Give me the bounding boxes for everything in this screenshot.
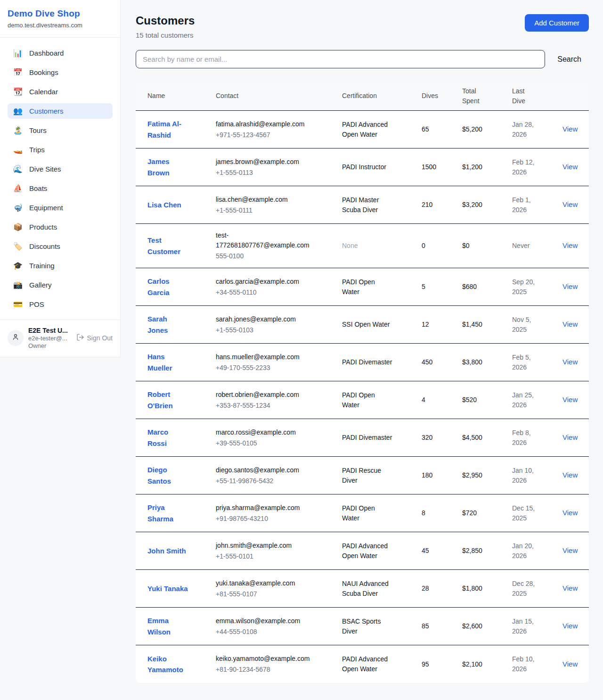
dive-sites-icon: 🌊: [13, 165, 23, 173]
customer-name-link[interactable]: Diego Santos: [147, 464, 189, 486]
table-row: Diego Santos diego.santos@example.com +5…: [136, 457, 589, 494]
view-customer-link[interactable]: View: [562, 584, 578, 592]
column-header-contact: Contact: [216, 91, 342, 100]
customer-name-link[interactable]: Lisa Chen: [147, 199, 181, 210]
sidebar-item-discounts[interactable]: 🏷️ Discounts: [8, 239, 113, 254]
customer-dives: 210: [422, 200, 462, 210]
view-customer-link[interactable]: View: [562, 622, 578, 630]
customer-total-spent: $720: [462, 508, 512, 518]
customer-dives: 5: [422, 282, 462, 292]
view-customer-link[interactable]: View: [562, 125, 578, 133]
sidebar-item-calendar[interactable]: 📆 Calendar: [8, 84, 113, 99]
sidebar-item-gallery[interactable]: 📸 Gallery: [8, 277, 113, 293]
table-row: Fatima Al-Rashid fatima.alrashid@example…: [136, 111, 589, 148]
sidebar-item-tours[interactable]: 🏝️ Tours: [8, 123, 113, 138]
customer-name-link[interactable]: Sarah Jones: [147, 313, 189, 336]
view-customer-link[interactable]: View: [562, 282, 578, 290]
customer-certification: PADI Divemaster: [342, 357, 400, 367]
table-row: John Smith john.smith@example.com +1-555…: [136, 532, 589, 570]
table-row: Keiko Yamamoto keiko.yamamoto@example.co…: [136, 645, 589, 683]
customer-total-spent: $3,800: [462, 357, 512, 367]
customer-phone: +91-98765-43210: [216, 514, 335, 524]
table-row: James Brown james.brown@example.com +1-5…: [136, 148, 589, 186]
dashboard-icon: 📊: [13, 49, 23, 57]
table-row: Priya Sharma priya.sharma@example.com +9…: [136, 494, 589, 532]
customer-last-dive: Dec 28, 2025: [512, 579, 550, 599]
view-customer-link[interactable]: View: [562, 358, 578, 366]
sidebar-item-bookings[interactable]: 📅 Bookings: [8, 65, 113, 80]
customer-name-link[interactable]: Keiko Yamamoto: [147, 653, 189, 675]
sidebar-item-customers[interactable]: 👥 Customers: [8, 103, 113, 119]
table-row: Robert O'Brien robert.obrien@example.com…: [136, 381, 589, 419]
customer-email: lisa.chen@example.com: [216, 195, 313, 205]
sign-out-button[interactable]: Sign Out: [76, 333, 113, 343]
view-customer-link[interactable]: View: [562, 320, 578, 328]
view-customer-link[interactable]: View: [562, 471, 578, 479]
gallery-icon: 📸: [13, 281, 23, 289]
calendar-icon: 📆: [13, 88, 23, 96]
view-customer-link[interactable]: View: [562, 241, 578, 249]
sidebar-item-equipment[interactable]: 🤿 Equipment: [8, 200, 113, 215]
shop-domain: demo.test.divestreams.com: [8, 22, 111, 29]
customer-email: yuki.tanaka@example.com: [216, 578, 313, 588]
customer-last-dive: Jan 20, 2026: [512, 541, 550, 561]
customer-name-link[interactable]: Priya Sharma: [147, 502, 189, 524]
sign-out-icon: [76, 333, 84, 343]
customer-name-link[interactable]: Emma Wilson: [147, 615, 189, 637]
customer-email: james.brown@example.com: [216, 157, 313, 167]
table-row: Hans Mueller hans.mueller@example.com +4…: [136, 344, 589, 381]
user-footer: E2E Test U... e2e-tester@... Owner Sign …: [0, 320, 120, 357]
sidebar-item-dive-sites[interactable]: 🌊 Dive Sites: [8, 161, 113, 177]
customer-email: john.smith@example.com: [216, 541, 313, 551]
customer-total-spent: $0: [462, 241, 512, 251]
discounts-icon: 🏷️: [13, 243, 23, 250]
customer-certification: PADI Advanced Open Water: [342, 541, 400, 561]
page-title-block: Customers 15 total customers: [136, 14, 195, 39]
customer-phone: +55-11-99876-5432: [216, 476, 335, 486]
table-row: Carlos Garcia carlos.garcia@example.com …: [136, 268, 589, 306]
customer-total-spent: $2,600: [462, 621, 512, 631]
customer-count: 15 total customers: [136, 31, 195, 39]
customer-phone: 555-0100: [216, 251, 335, 261]
customer-email: carlos.garcia@example.com: [216, 277, 313, 287]
table-row: Emma Wilson emma.wilson@example.com +44-…: [136, 608, 589, 645]
customer-total-spent: $5,200: [462, 124, 512, 134]
add-customer-button[interactable]: Add Customer: [525, 14, 589, 32]
sidebar-item-pos[interactable]: 💳 POS: [8, 296, 113, 312]
view-customer-link[interactable]: View: [562, 660, 578, 668]
customer-total-spent: $2,950: [462, 470, 512, 480]
customer-name-link[interactable]: Robert O'Brien: [147, 389, 189, 411]
trips-icon: 🚤: [13, 146, 23, 154]
view-customer-link[interactable]: View: [562, 546, 578, 554]
view-customer-link[interactable]: View: [562, 395, 578, 404]
customer-certification: PADI Advanced Open Water: [342, 120, 400, 140]
view-customer-link[interactable]: View: [562, 509, 578, 517]
customer-certification: None: [342, 241, 400, 251]
customer-name-link[interactable]: Marco Rossi: [147, 427, 189, 449]
customer-name-link[interactable]: John Smith: [147, 545, 186, 556]
sidebar-item-trips[interactable]: 🚤 Trips: [8, 142, 113, 157]
customer-name-link[interactable]: Test Customer: [147, 235, 189, 257]
sidebar-item-training[interactable]: 🎓 Training: [8, 258, 113, 273]
customer-name-link[interactable]: Hans Mueller: [147, 351, 189, 373]
column-header-dives: Dives: [422, 91, 462, 100]
customer-phone: +49-170-555-2233: [216, 363, 335, 373]
sidebar-item-dashboard[interactable]: 📊 Dashboard: [8, 45, 113, 61]
view-customer-link[interactable]: View: [562, 200, 578, 208]
user-icon: [11, 333, 20, 343]
view-customer-link[interactable]: View: [562, 433, 578, 441]
customer-certification: PADI Open Water: [342, 390, 400, 410]
customer-dives: 180: [422, 470, 462, 480]
customer-last-dive: Jan 15, 2026: [512, 617, 550, 636]
customer-name-link[interactable]: Carlos Garcia: [147, 276, 189, 298]
customer-name-link[interactable]: Yuki Tanaka: [147, 583, 188, 594]
sidebar-item-products[interactable]: 📦 Products: [8, 219, 113, 235]
search-button[interactable]: Search: [557, 55, 581, 64]
view-customer-link[interactable]: View: [562, 163, 578, 171]
customer-last-dive: Nov 5, 2025: [512, 315, 550, 335]
search-input[interactable]: [136, 50, 545, 68]
customer-name-link[interactable]: James Brown: [147, 156, 189, 178]
customer-name-link[interactable]: Fatima Al-Rashid: [147, 118, 189, 140]
customer-certification: BSAC Sports Diver: [342, 617, 400, 636]
sidebar-item-boats[interactable]: ⛵ Boats: [8, 181, 113, 196]
